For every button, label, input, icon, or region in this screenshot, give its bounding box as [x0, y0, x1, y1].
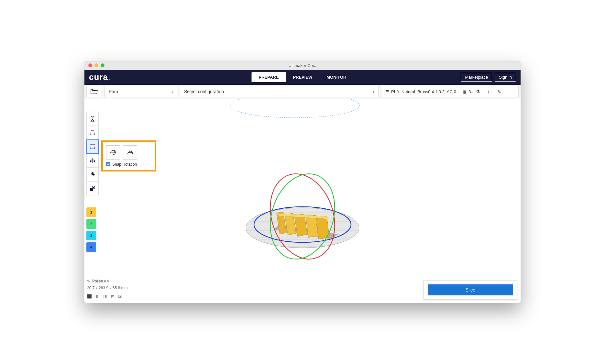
marketplace-button[interactable]: Marketplace: [461, 73, 492, 82]
object-info: ✎ Pollen AM 20.7 x 263.9 x 65.6 mm ⬛ ◧ ◨…: [87, 278, 127, 300]
view-mode-icons: ⬛ ◧ ◨ ◩ ◪: [87, 293, 127, 300]
slice-button[interactable]: Slice: [428, 284, 513, 295]
snap-rotation-checkbox[interactable]: Snap Rotation: [106, 162, 151, 167]
adhesion-icon: ⍿: [488, 89, 490, 94]
viewport[interactable]: 1 2 3 4 Snap Rotation: [84, 99, 521, 303]
config-bar: Pam ‹ Select configuration ‹ ☰ PLA_Natur…: [84, 85, 521, 99]
mirror-tool[interactable]: [86, 153, 99, 168]
infill-value: 3...: [468, 89, 474, 94]
printer-name: Pam: [109, 89, 118, 94]
logo-text: cura: [89, 72, 108, 82]
extruder-2[interactable]: 2: [86, 219, 96, 229]
tab-prepare[interactable]: PREPARE: [251, 72, 286, 82]
adhesion-ellipsis: ...: [492, 89, 496, 94]
reset-rotation-button[interactable]: [106, 145, 120, 160]
pencil-icon: ✎: [498, 89, 501, 94]
transform-toolbar: [86, 112, 99, 195]
chevron-left-icon: ‹: [373, 89, 374, 94]
printer-dropdown[interactable]: Pam ‹: [104, 86, 177, 97]
print-settings-dropdown[interactable]: ☰ PLA_Natural_Brass0.4_h0.2_AC 0.... ▦ 3…: [381, 86, 519, 97]
logo-dot: .: [108, 72, 111, 82]
profile-name: PLA_Natural_Brass0.4_h0.2_AC 0....: [391, 89, 461, 94]
rotate-panel-buttons: [106, 145, 151, 160]
build-volume-top-ring: [220, 99, 369, 125]
support-blocker-tool[interactable]: [86, 181, 99, 195]
lay-flat-button[interactable]: [123, 145, 137, 160]
move-tool[interactable]: [86, 112, 99, 126]
rotate-tool[interactable]: [86, 139, 99, 154]
object-name: Pollen AM: [92, 278, 110, 285]
view-3d-icon[interactable]: ⬛: [87, 293, 92, 300]
titlebar: Ultimaker Cura: [84, 61, 521, 70]
extruder-selector: 1 2 3 4: [86, 207, 96, 252]
slice-panel: Slice: [424, 280, 517, 300]
support-ellipsis: ...: [482, 89, 486, 94]
extruder-4[interactable]: 4: [86, 242, 96, 252]
app-logo: cura.: [89, 72, 111, 82]
support-icon: ⚗: [476, 89, 480, 94]
profile-icon: ☰: [385, 89, 389, 94]
build-plate: [235, 165, 370, 268]
svg-rect-1: [90, 188, 93, 191]
tab-monitor[interactable]: MONITOR: [319, 72, 353, 82]
extruder-1[interactable]: 1: [86, 207, 96, 217]
object-dimensions: 20.7 x 263.9 x 65.6 mm: [87, 285, 127, 292]
view-right-icon[interactable]: ◪: [118, 293, 122, 300]
config-label: Select configuration: [184, 89, 224, 94]
chevron-left-icon: ‹: [171, 89, 173, 94]
view-top-icon[interactable]: ◨: [103, 293, 107, 300]
svg-point-0: [230, 99, 359, 118]
tab-preview[interactable]: PREVIEW: [286, 72, 319, 82]
snap-rotation-input[interactable]: [106, 162, 110, 166]
open-file-button[interactable]: [86, 86, 102, 97]
scale-tool[interactable]: [86, 126, 99, 140]
object-name-row: ✎ Pollen AM: [87, 278, 127, 285]
configuration-dropdown[interactable]: Select configuration ‹: [180, 86, 379, 97]
rotate-panel: Snap Rotation: [101, 140, 156, 171]
snap-rotation-label: Snap Rotation: [112, 162, 137, 167]
window-title: Ultimaker Cura: [84, 63, 521, 68]
topbar-right: Marketplace Sign in: [461, 73, 516, 82]
pencil-icon: ✎: [87, 278, 90, 285]
extruder-3[interactable]: 3: [86, 231, 96, 240]
stage-tabs: PREPARE PREVIEW MONITOR: [251, 72, 353, 82]
app-window: Ultimaker Cura cura. PREPARE PREVIEW MON…: [84, 61, 521, 303]
topbar: cura. PREPARE PREVIEW MONITOR Marketplac…: [84, 70, 521, 85]
view-left-icon[interactable]: ◩: [111, 293, 114, 300]
signin-button[interactable]: Sign in: [495, 73, 516, 82]
view-front-icon[interactable]: ◧: [96, 293, 99, 300]
infill-icon: ▦: [463, 89, 467, 94]
per-model-settings-tool[interactable]: [86, 167, 99, 182]
